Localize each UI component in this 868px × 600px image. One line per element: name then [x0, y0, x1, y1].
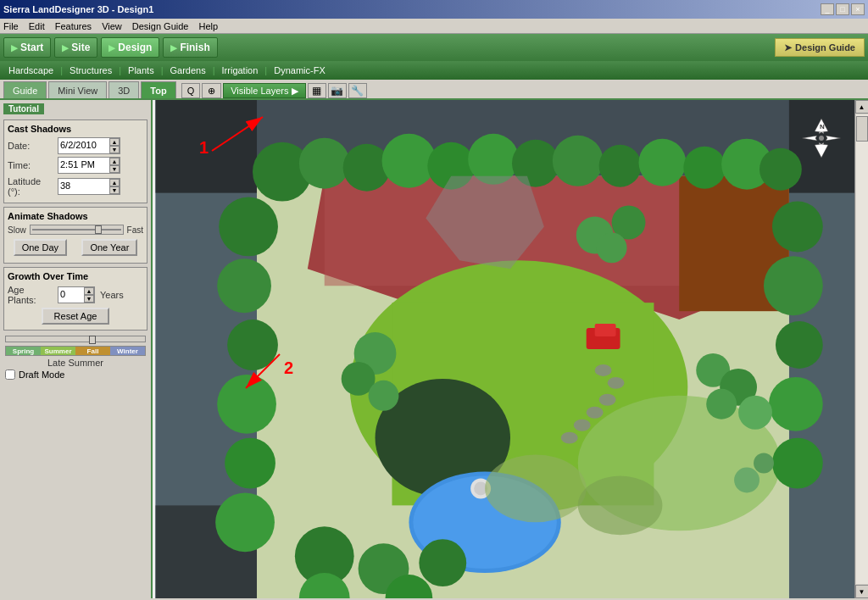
one-day-button[interactable]: One Day — [14, 239, 67, 256]
tool-icon-btn[interactable]: 🔧 — [348, 83, 367, 98]
fall-label: Fall — [87, 347, 99, 355]
design-button[interactable]: ▶ Design — [101, 37, 159, 58]
one-year-button[interactable]: One Year — [81, 239, 137, 256]
camera-icon-btn[interactable]: 📷 — [328, 83, 347, 98]
toolbar-gardens[interactable]: Gardens — [165, 64, 211, 76]
svg-point-33 — [638, 139, 686, 186]
season-slider-track[interactable] — [5, 336, 146, 342]
draft-mode-row: Draft Mode — [5, 369, 146, 380]
svg-point-50 — [419, 539, 466, 586]
latitude-row: Latitude (°): ▲ ▼ — [8, 176, 143, 197]
toolbar-structures[interactable]: Structures — [64, 64, 117, 76]
svg-point-37 — [219, 197, 278, 257]
toolbar-plants[interactable]: Plants — [123, 64, 159, 76]
date-input[interactable] — [58, 138, 109, 152]
svg-point-41 — [225, 438, 275, 489]
age-input[interactable] — [58, 287, 84, 301]
latitude-up[interactable]: ▲ — [109, 179, 120, 186]
zoom-q-button[interactable]: Q — [181, 83, 201, 98]
season-slider-thumb[interactable] — [89, 336, 96, 344]
svg-point-65 — [734, 468, 760, 493]
menu-view[interactable]: View — [102, 21, 122, 31]
date-up[interactable]: ▲ — [109, 138, 120, 146]
svg-point-20 — [587, 407, 604, 419]
toolbar-dynamic-fx[interactable]: Dynamic-FX — [269, 64, 331, 76]
zoom-plus-button[interactable]: ⊕ — [202, 83, 221, 98]
speed-slider[interactable] — [30, 225, 124, 235]
toolbar-irrigation[interactable]: Irrigation — [217, 64, 264, 76]
toolbar-hardscape[interactable]: Hardscape — [3, 64, 58, 76]
garden-canvas[interactable]: N 1 2 ▲ — [153, 100, 868, 598]
time-input[interactable] — [58, 158, 109, 171]
menu-file[interactable]: File — [3, 21, 19, 31]
age-plants-row: Age Plants: ▲ ▼ Years — [8, 285, 143, 305]
top-view-controls: Q ⊕ Visible Layers ▶ ▦ 📷 🔧 — [181, 83, 367, 98]
layers-icon-btn[interactable]: ▦ — [308, 83, 326, 98]
scroll-up[interactable]: ▲ — [855, 100, 869, 114]
design-label: Design — [118, 42, 152, 53]
draft-mode-checkbox[interactable] — [5, 369, 15, 380]
minimize-button[interactable]: _ — [821, 3, 834, 15]
left-panel: Tutorial Cast Shadows Date: ▲ ▼ Time: — [0, 100, 153, 598]
svg-point-58 — [597, 232, 627, 263]
tab-mini-view[interactable]: Mini View — [48, 81, 107, 98]
tab-guide-label: Guide — [13, 86, 37, 96]
animate-shadows-title: Animate Shadows — [8, 211, 143, 221]
menu-design-guide[interactable]: Design Guide — [132, 21, 189, 31]
site-play-icon: ▶ — [62, 43, 69, 53]
svg-point-17 — [595, 364, 612, 376]
menu-edit[interactable]: Edit — [29, 21, 45, 31]
svg-point-46 — [769, 377, 823, 431]
tab-guide[interactable]: Guide — [3, 81, 47, 98]
reset-age-button[interactable]: Reset Age — [42, 308, 109, 325]
finish-play-icon: ▶ — [170, 43, 177, 53]
growth-over-time-section: Growth Over Time Age Plants: ▲ ▼ Years R… — [3, 267, 147, 331]
date-spinner[interactable]: ▲ ▼ — [58, 137, 120, 154]
date-down[interactable]: ▼ — [109, 146, 120, 153]
menu-features[interactable]: Features — [55, 21, 92, 31]
svg-point-43 — [772, 202, 823, 253]
growth-title: Growth Over Time — [8, 271, 143, 281]
svg-point-25 — [299, 138, 350, 189]
sep1: | — [60, 65, 63, 75]
svg-point-61 — [706, 389, 737, 419]
scroll-down[interactable]: ▼ — [855, 585, 869, 598]
design-guide-button[interactable]: ➤ Design Guide — [775, 38, 865, 57]
latitude-spinner[interactable]: ▲ ▼ — [58, 178, 120, 195]
scroll-thumb[interactable] — [856, 116, 868, 142]
finish-button[interactable]: ▶ Finish — [163, 37, 217, 58]
svg-point-40 — [217, 375, 276, 434]
spring-label: Spring — [13, 347, 34, 355]
age-down[interactable]: ▼ — [84, 295, 94, 303]
start-button[interactable]: ▶ Start — [3, 37, 51, 58]
tab-3d[interactable]: 3D — [108, 81, 139, 98]
scroll-track[interactable] — [856, 114, 868, 584]
svg-point-31 — [553, 136, 604, 186]
tab-top[interactable]: Top — [141, 81, 175, 98]
svg-point-76 — [819, 136, 824, 141]
time-up[interactable]: ▲ — [109, 158, 120, 165]
age-up[interactable]: ▲ — [84, 287, 94, 295]
site-button[interactable]: ▶ Site — [54, 37, 97, 58]
time-row: Time: ▲ ▼ — [8, 157, 143, 174]
close-button[interactable]: × — [851, 3, 865, 15]
latitude-spin-btns: ▲ ▼ — [109, 179, 120, 194]
start-play-icon: ▶ — [11, 43, 18, 53]
season-slider-container — [5, 336, 146, 342]
age-spinner[interactable]: ▲ ▼ — [58, 286, 95, 303]
slider-thumb[interactable] — [95, 225, 102, 234]
draft-mode-label: Draft Mode — [19, 369, 64, 380]
title-bar-buttons[interactable]: _ □ × — [821, 3, 865, 15]
maximize-button[interactable]: □ — [836, 3, 849, 15]
svg-point-66 — [754, 453, 774, 474]
svg-point-62 — [738, 396, 772, 430]
latitude-down[interactable]: ▼ — [109, 186, 120, 194]
menu-help[interactable]: Help — [198, 21, 218, 31]
visible-layers-button[interactable]: Visible Layers ▶ — [223, 83, 305, 98]
scrollbar[interactable]: ▲ ▼ — [854, 100, 868, 598]
time-down[interactable]: ▼ — [109, 165, 120, 173]
time-spinner[interactable]: ▲ ▼ — [58, 157, 120, 174]
svg-point-36 — [760, 148, 802, 191]
menu-bar: File Edit Features View Design Guide Hel… — [0, 19, 868, 34]
latitude-input[interactable] — [58, 179, 109, 192]
